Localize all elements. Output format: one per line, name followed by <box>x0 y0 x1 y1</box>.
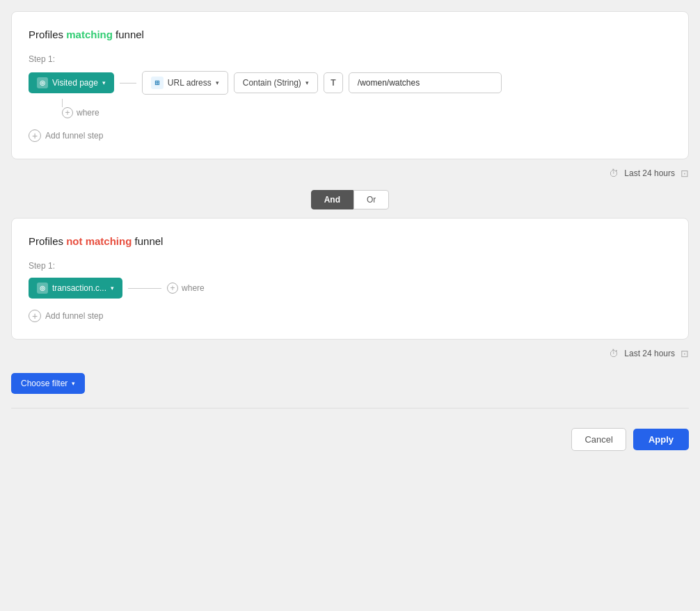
matching-funnel-title: Profiles matching funnel <box>29 29 671 40</box>
matching-funnel-card: Profiles matching funnel Step 1: ◎ Visit… <box>11 11 689 159</box>
url-value-input[interactable] <box>349 72 502 93</box>
or-label: Or <box>367 195 376 205</box>
where-plus-icon-2: + <box>167 283 178 294</box>
calendar-icon-1[interactable]: ⊡ <box>681 168 689 179</box>
condition-label: Contain (String) <box>243 78 301 88</box>
title-prefix-2: Profiles <box>29 235 63 247</box>
h-line-2 <box>128 288 145 289</box>
where-plus-icon: + <box>62 107 73 118</box>
chevron-down-icon: ▾ <box>102 79 106 86</box>
step1-row: ◎ Visited page ▾ ⊞ URL adress ▾ Contain … <box>29 71 671 95</box>
event-icon: ◎ <box>37 77 48 88</box>
step1-label: Step 1: <box>29 54 671 64</box>
title-suffix-2: funnel <box>135 235 164 247</box>
url-icon: ⊞ <box>151 77 164 89</box>
transaction-chevron-icon: ▾ <box>111 285 114 292</box>
logic-row: And Or <box>11 190 689 209</box>
where-btn[interactable]: + where <box>62 107 100 118</box>
and-label: And <box>324 195 340 205</box>
add-funnel-label-2: Add funnel step <box>45 311 103 321</box>
title-matching: matching <box>66 29 113 40</box>
time-row-2: ⏱ Last 24 hours ⊡ <box>11 340 689 362</box>
time-row-1: ⏱ Last 24 hours ⊡ <box>11 159 689 182</box>
or-btn[interactable]: Or <box>353 190 389 209</box>
add-funnel-step-btn[interactable]: + Add funnel step <box>29 129 103 142</box>
t-type-icon: T <box>324 72 343 93</box>
add-funnel-label: Add funnel step <box>45 131 103 141</box>
step1-connector <box>120 83 136 84</box>
choose-filter-chevron-icon: ▾ <box>72 380 75 387</box>
where-btn-2[interactable]: + where <box>167 283 205 294</box>
event-btn-label: Visited page <box>52 78 98 88</box>
title-not-matching: not matching <box>66 235 132 247</box>
h-line <box>120 83 136 84</box>
condition-btn[interactable]: Contain (String) ▾ <box>234 72 318 93</box>
calendar-icon-2[interactable]: ⊡ <box>681 348 689 359</box>
time-label-2: Last 24 hours <box>624 349 675 358</box>
title-prefix: Profiles <box>29 29 63 40</box>
footer-divider <box>11 408 689 408</box>
h-line-3 <box>145 288 161 289</box>
add-funnel-icon: + <box>29 129 41 142</box>
choose-filter-btn[interactable]: Choose filter ▾ <box>11 373 85 394</box>
cancel-label: Cancel <box>584 434 612 445</box>
where-label: where <box>77 108 100 118</box>
condition-chevron-icon: ▾ <box>305 79 309 86</box>
add-funnel-step-btn-2[interactable]: + Add funnel step <box>29 310 103 322</box>
and-btn[interactable]: And <box>311 190 353 209</box>
bottom-bar: Cancel Apply <box>11 417 689 454</box>
transaction-event-btn[interactable]: ◎ transaction.c... ▾ <box>29 278 122 299</box>
not-matching-funnel-title: Profiles not matching funnel <box>29 235 671 247</box>
main-container: Profiles matching funnel Step 1: ◎ Visit… <box>11 11 689 454</box>
where-connector: + where <box>62 99 671 118</box>
title-suffix: funnel <box>116 29 144 40</box>
where-label-2: where <box>182 283 205 293</box>
url-address-btn[interactable]: ⊞ URL adress ▾ <box>142 71 228 95</box>
apply-label: Apply <box>649 434 674 445</box>
vertical-line <box>62 99 63 107</box>
url-chevron-icon: ▾ <box>216 79 219 86</box>
apply-button[interactable]: Apply <box>633 429 689 450</box>
transaction-event-label: transaction.c... <box>52 283 106 293</box>
step2-row: ◎ transaction.c... ▾ + where <box>29 278 671 299</box>
choose-filter-area: Choose filter ▾ <box>11 373 689 394</box>
cancel-button[interactable]: Cancel <box>571 428 626 451</box>
transaction-event-icon: ◎ <box>37 283 48 294</box>
time-label-1: Last 24 hours <box>624 168 675 178</box>
clock-icon-1: ⏱ <box>609 168 619 179</box>
step1-label-2: Step 1: <box>29 261 671 271</box>
url-label: URL adress <box>168 78 212 88</box>
t-label: T <box>331 78 335 88</box>
visited-page-btn[interactable]: ◎ Visited page ▾ <box>29 72 114 93</box>
choose-filter-label: Choose filter <box>21 379 67 388</box>
add-funnel-icon-2: + <box>29 310 41 322</box>
clock-icon-2: ⏱ <box>609 348 619 359</box>
step2-connector <box>128 288 161 289</box>
not-matching-funnel-card: Profiles not matching funnel Step 1: ◎ t… <box>11 218 689 340</box>
